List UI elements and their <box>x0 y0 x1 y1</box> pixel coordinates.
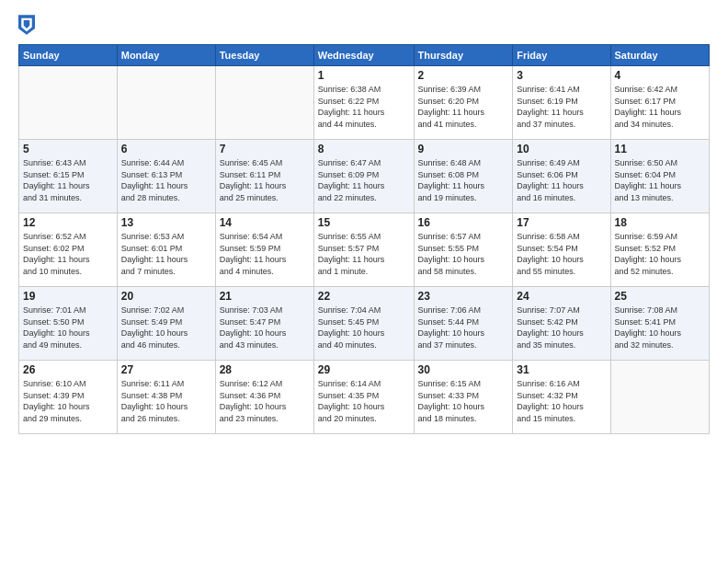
day-info: Sunrise: 6:42 AM Sunset: 6:17 PM Dayligh… <box>615 84 705 130</box>
calendar-cell: 21Sunrise: 7:03 AM Sunset: 5:47 PM Dayli… <box>215 287 313 361</box>
calendar-cell: 1Sunrise: 6:38 AM Sunset: 6:22 PM Daylig… <box>313 66 414 140</box>
day-info: Sunrise: 7:08 AM Sunset: 5:41 PM Dayligh… <box>615 304 705 350</box>
day-number: 13 <box>121 216 211 229</box>
day-info: Sunrise: 6:53 AM Sunset: 6:01 PM Dayligh… <box>121 231 211 277</box>
day-number: 10 <box>517 143 606 155</box>
calendar-week-row: 26Sunrise: 6:10 AM Sunset: 4:39 PM Dayli… <box>19 361 710 434</box>
day-number: 5 <box>23 143 113 155</box>
col-header-sunday: Sunday <box>19 45 118 66</box>
col-header-wednesday: Wednesday <box>313 45 414 66</box>
col-header-tuesday: Tuesday <box>215 45 313 66</box>
day-info: Sunrise: 6:49 AM Sunset: 6:06 PM Dayligh… <box>517 157 606 203</box>
day-info: Sunrise: 7:04 AM Sunset: 5:45 PM Dayligh… <box>318 304 410 350</box>
calendar-cell: 10Sunrise: 6:49 AM Sunset: 6:06 PM Dayli… <box>513 140 610 213</box>
day-number: 29 <box>318 363 410 376</box>
header <box>18 15 710 35</box>
day-number: 30 <box>418 363 509 376</box>
day-number: 18 <box>615 216 705 229</box>
calendar-cell: 2Sunrise: 6:39 AM Sunset: 6:20 PM Daylig… <box>414 66 513 140</box>
calendar-cell: 19Sunrise: 7:01 AM Sunset: 5:50 PM Dayli… <box>19 287 118 361</box>
calendar-cell <box>215 66 313 140</box>
calendar-cell: 25Sunrise: 7:08 AM Sunset: 5:41 PM Dayli… <box>610 287 709 361</box>
col-header-saturday: Saturday <box>610 45 709 66</box>
day-info: Sunrise: 6:50 AM Sunset: 6:04 PM Dayligh… <box>615 157 705 203</box>
day-info: Sunrise: 7:07 AM Sunset: 5:42 PM Dayligh… <box>517 304 606 350</box>
calendar-cell: 31Sunrise: 6:16 AM Sunset: 4:32 PM Dayli… <box>513 361 610 434</box>
calendar-cell: 11Sunrise: 6:50 AM Sunset: 6:04 PM Dayli… <box>610 140 709 213</box>
calendar-cell: 9Sunrise: 6:48 AM Sunset: 6:08 PM Daylig… <box>414 140 513 213</box>
calendar-cell: 20Sunrise: 7:02 AM Sunset: 5:49 PM Dayli… <box>117 287 215 361</box>
calendar-week-row: 5Sunrise: 6:43 AM Sunset: 6:15 PM Daylig… <box>19 140 710 213</box>
calendar-week-row: 1Sunrise: 6:38 AM Sunset: 6:22 PM Daylig… <box>19 66 710 140</box>
col-header-friday: Friday <box>513 45 610 66</box>
day-number: 26 <box>23 363 113 376</box>
calendar-cell <box>610 361 709 434</box>
calendar-cell: 29Sunrise: 6:14 AM Sunset: 4:35 PM Dayli… <box>313 361 414 434</box>
logo-icon <box>18 15 35 35</box>
day-info: Sunrise: 7:03 AM Sunset: 5:47 PM Dayligh… <box>220 304 310 350</box>
calendar-cell: 12Sunrise: 6:52 AM Sunset: 6:02 PM Dayli… <box>19 213 118 287</box>
calendar-header-row: SundayMondayTuesdayWednesdayThursdayFrid… <box>19 45 710 66</box>
calendar-week-row: 12Sunrise: 6:52 AM Sunset: 6:02 PM Dayli… <box>19 213 710 287</box>
calendar-cell <box>117 66 215 140</box>
calendar-cell: 28Sunrise: 6:12 AM Sunset: 4:36 PM Dayli… <box>215 361 313 434</box>
day-number: 2 <box>418 69 509 82</box>
calendar-cell: 7Sunrise: 6:45 AM Sunset: 6:11 PM Daylig… <box>215 140 313 213</box>
day-info: Sunrise: 6:57 AM Sunset: 5:55 PM Dayligh… <box>418 231 509 277</box>
calendar-cell: 24Sunrise: 7:07 AM Sunset: 5:42 PM Dayli… <box>513 287 610 361</box>
calendar-cell: 18Sunrise: 6:59 AM Sunset: 5:52 PM Dayli… <box>610 213 709 287</box>
day-info: Sunrise: 6:12 AM Sunset: 4:36 PM Dayligh… <box>220 378 310 424</box>
calendar-cell: 14Sunrise: 6:54 AM Sunset: 5:59 PM Dayli… <box>215 213 313 287</box>
day-number: 24 <box>517 290 606 303</box>
calendar-cell: 6Sunrise: 6:44 AM Sunset: 6:13 PM Daylig… <box>117 140 215 213</box>
day-number: 28 <box>220 363 310 376</box>
day-info: Sunrise: 6:15 AM Sunset: 4:33 PM Dayligh… <box>418 378 509 424</box>
calendar-cell: 26Sunrise: 6:10 AM Sunset: 4:39 PM Dayli… <box>19 361 118 434</box>
col-header-monday: Monday <box>117 45 215 66</box>
day-number: 4 <box>615 69 705 82</box>
calendar-cell: 3Sunrise: 6:41 AM Sunset: 6:19 PM Daylig… <box>513 66 610 140</box>
day-info: Sunrise: 6:47 AM Sunset: 6:09 PM Dayligh… <box>318 157 410 203</box>
day-info: Sunrise: 6:45 AM Sunset: 6:11 PM Dayligh… <box>220 157 310 203</box>
day-number: 27 <box>121 363 211 376</box>
day-info: Sunrise: 6:44 AM Sunset: 6:13 PM Dayligh… <box>121 157 211 203</box>
day-info: Sunrise: 6:55 AM Sunset: 5:57 PM Dayligh… <box>318 231 410 277</box>
day-number: 15 <box>318 216 410 229</box>
day-info: Sunrise: 7:01 AM Sunset: 5:50 PM Dayligh… <box>23 304 113 350</box>
day-number: 21 <box>220 290 310 303</box>
calendar-cell: 4Sunrise: 6:42 AM Sunset: 6:17 PM Daylig… <box>610 66 709 140</box>
day-info: Sunrise: 6:43 AM Sunset: 6:15 PM Dayligh… <box>23 157 113 203</box>
calendar-page: SundayMondayTuesdayWednesdayThursdayFrid… <box>0 0 728 563</box>
calendar-cell: 27Sunrise: 6:11 AM Sunset: 4:38 PM Dayli… <box>117 361 215 434</box>
day-number: 12 <box>23 216 113 229</box>
day-info: Sunrise: 6:41 AM Sunset: 6:19 PM Dayligh… <box>517 84 606 130</box>
day-info: Sunrise: 6:11 AM Sunset: 4:38 PM Dayligh… <box>121 378 211 424</box>
day-number: 6 <box>121 143 211 155</box>
col-header-thursday: Thursday <box>414 45 513 66</box>
day-number: 25 <box>615 290 705 303</box>
calendar-cell: 5Sunrise: 6:43 AM Sunset: 6:15 PM Daylig… <box>19 140 118 213</box>
day-number: 8 <box>318 143 410 155</box>
day-info: Sunrise: 6:52 AM Sunset: 6:02 PM Dayligh… <box>23 231 113 277</box>
calendar-cell: 13Sunrise: 6:53 AM Sunset: 6:01 PM Dayli… <box>117 213 215 287</box>
calendar-week-row: 19Sunrise: 7:01 AM Sunset: 5:50 PM Dayli… <box>19 287 710 361</box>
day-info: Sunrise: 7:06 AM Sunset: 5:44 PM Dayligh… <box>418 304 509 350</box>
calendar-cell: 22Sunrise: 7:04 AM Sunset: 5:45 PM Dayli… <box>313 287 414 361</box>
calendar-table: SundayMondayTuesdayWednesdayThursdayFrid… <box>18 44 710 434</box>
day-info: Sunrise: 6:58 AM Sunset: 5:54 PM Dayligh… <box>517 231 606 277</box>
calendar-cell: 23Sunrise: 7:06 AM Sunset: 5:44 PM Dayli… <box>414 287 513 361</box>
day-number: 23 <box>418 290 509 303</box>
day-info: Sunrise: 6:16 AM Sunset: 4:32 PM Dayligh… <box>517 378 606 424</box>
day-number: 19 <box>23 290 113 303</box>
day-number: 3 <box>517 69 606 82</box>
day-number: 14 <box>220 216 310 229</box>
day-info: Sunrise: 6:39 AM Sunset: 6:20 PM Dayligh… <box>418 84 509 130</box>
day-number: 16 <box>418 216 509 229</box>
day-info: Sunrise: 7:02 AM Sunset: 5:49 PM Dayligh… <box>121 304 211 350</box>
day-number: 7 <box>220 143 310 155</box>
day-number: 17 <box>517 216 606 229</box>
day-info: Sunrise: 6:14 AM Sunset: 4:35 PM Dayligh… <box>318 378 410 424</box>
day-info: Sunrise: 6:54 AM Sunset: 5:59 PM Dayligh… <box>220 231 310 277</box>
calendar-cell: 30Sunrise: 6:15 AM Sunset: 4:33 PM Dayli… <box>414 361 513 434</box>
calendar-cell: 15Sunrise: 6:55 AM Sunset: 5:57 PM Dayli… <box>313 213 414 287</box>
